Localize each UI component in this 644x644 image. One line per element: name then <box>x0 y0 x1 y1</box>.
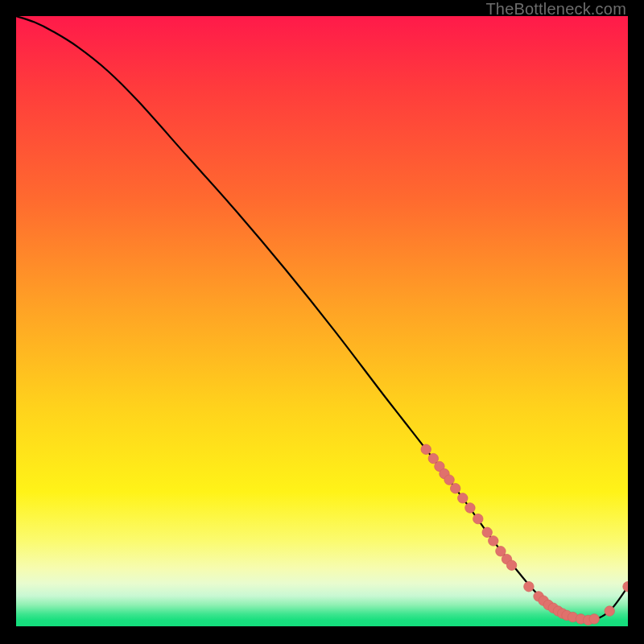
data-marker <box>489 536 498 546</box>
data-marker <box>589 614 599 624</box>
data-marker <box>605 606 614 616</box>
data-marker <box>524 582 534 592</box>
chart-stage: TheBottleneck.com <box>0 0 644 644</box>
data-marker <box>444 475 454 485</box>
data-marker <box>482 527 492 537</box>
data-marker <box>421 444 431 454</box>
data-marker <box>506 560 516 570</box>
data-marker <box>458 493 468 503</box>
data-markers <box>421 444 628 625</box>
data-marker <box>450 483 460 493</box>
data-marker <box>473 514 483 523</box>
chart-svg <box>16 16 628 626</box>
data-marker <box>465 503 475 513</box>
plot-area <box>16 16 628 626</box>
data-marker <box>623 582 628 592</box>
bottleneck-curve <box>16 16 628 621</box>
